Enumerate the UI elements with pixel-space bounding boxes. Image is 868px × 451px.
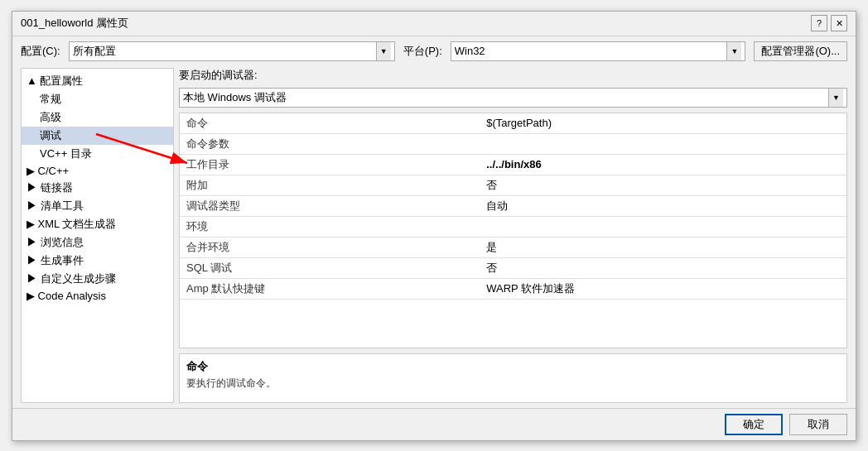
top-bar: 配置(C): 所有配置 ▼ 平台(P): Win32 ▼ 配置管理器(O)... xyxy=(21,41,847,61)
config-combo-arrow: ▼ xyxy=(376,42,391,60)
footer: 确定 取消 xyxy=(12,408,856,440)
debugger-combo[interactable]: 本地 Windows 调试器 ▼ xyxy=(179,88,847,108)
description-area: 命令 要执行的调试命令。 xyxy=(179,353,847,403)
config-combo-value: 所有配置 xyxy=(73,44,376,59)
prop-value xyxy=(480,133,846,154)
ok-button[interactable]: 确定 xyxy=(725,414,783,435)
tree-item-xml-gen[interactable]: ▶ XML 文档生成器 xyxy=(22,215,173,233)
config-label: 配置(C): xyxy=(21,44,60,59)
tree-item-build-events[interactable]: ▶ 生成事件 xyxy=(22,252,173,270)
platform-label: 平台(P): xyxy=(403,44,442,59)
tree-item-config-props[interactable]: ▲ 配置属性 xyxy=(22,72,173,90)
right-panel: 要启动的调试器: 本地 Windows 调试器 ▼ 命令$(TargetPath… xyxy=(179,68,847,403)
debugger-combo-value: 本地 Windows 调试器 xyxy=(183,90,828,105)
table-row[interactable]: 命令参数 xyxy=(180,133,846,154)
table-row[interactable]: Amp 默认快捷键WARP 软件加速器 xyxy=(180,278,846,299)
help-button[interactable]: ? xyxy=(811,15,827,31)
prop-name: 调试器类型 xyxy=(180,195,480,216)
table-row[interactable]: 合并环境是 xyxy=(180,237,846,257)
platform-combo-arrow: ▼ xyxy=(726,42,741,60)
prop-value: $(TargetPath) xyxy=(480,113,846,134)
debugger-combo-arrow: ▼ xyxy=(828,89,843,107)
tree-item-code-analysis[interactable]: ▶ Code Analysis xyxy=(22,288,173,304)
dialog-body: 配置(C): 所有配置 ▼ 平台(P): Win32 ▼ 配置管理器(O)...… xyxy=(12,36,856,408)
config-mgr-button[interactable]: 配置管理器(O)... xyxy=(754,41,847,61)
table-row[interactable]: 附加否 xyxy=(180,175,846,195)
prop-value: 是 xyxy=(480,237,846,257)
platform-combo-value: Win32 xyxy=(455,45,727,57)
debugger-prompt: 要启动的调试器: xyxy=(179,68,847,83)
table-row[interactable]: 工作目录../../bin/x86 xyxy=(180,154,846,175)
table-row[interactable]: SQL 调试否 xyxy=(180,257,846,278)
main-area: ▲ 配置属性常规高级调试VC++ 目录▶ C/C++▶ 链接器▶ 清单工具▶ X… xyxy=(21,68,847,403)
prop-name: 附加 xyxy=(180,175,480,195)
prop-name: 合并环境 xyxy=(180,237,480,257)
prop-value: 自动 xyxy=(480,195,846,216)
tree-item-vc-dirs[interactable]: VC++ 目录 xyxy=(22,145,173,163)
prop-value: 否 xyxy=(480,175,846,195)
title-bar: 001_helloworld 属性页 ? ✕ xyxy=(12,12,856,36)
right-panel-container: 要启动的调试器: 本地 Windows 调试器 ▼ 命令$(TargetPath… xyxy=(179,68,847,403)
prop-value xyxy=(480,216,846,237)
prop-value: ../../bin/x86 xyxy=(480,154,846,175)
table-row[interactable]: 环境 xyxy=(180,216,846,237)
cancel-button[interactable]: 取消 xyxy=(789,414,847,435)
prop-name: SQL 调试 xyxy=(180,257,480,278)
props-table: 命令$(TargetPath)命令参数工作目录../../bin/x86附加否调… xyxy=(179,113,847,348)
platform-combo[interactable]: Win32 ▼ xyxy=(451,41,746,61)
tree-item-debug[interactable]: 调试 xyxy=(22,127,173,145)
tree-item-advanced[interactable]: 高级 xyxy=(22,108,173,127)
title-bar-buttons: ? ✕ xyxy=(811,15,847,31)
tree-item-browse[interactable]: ▶ 浏览信息 xyxy=(22,233,173,252)
dialog-title: 001_helloworld 属性页 xyxy=(21,16,128,31)
prop-name: 命令参数 xyxy=(180,133,480,154)
tree-item-custom-build[interactable]: ▶ 自定义生成步骤 xyxy=(22,270,173,288)
tree-item-general[interactable]: 常规 xyxy=(22,90,173,108)
close-button[interactable]: ✕ xyxy=(831,15,847,31)
config-combo[interactable]: 所有配置 ▼ xyxy=(69,41,395,61)
description-text: 要执行的调试命令。 xyxy=(186,377,840,391)
dialog: 001_helloworld 属性页 ? ✕ 配置(C): 所有配置 ▼ 平台(… xyxy=(12,11,856,441)
tree-item-cpp[interactable]: ▶ C/C++ xyxy=(22,163,173,179)
left-panel: ▲ 配置属性常规高级调试VC++ 目录▶ C/C++▶ 链接器▶ 清单工具▶ X… xyxy=(21,68,174,403)
table-row[interactable]: 调试器类型自动 xyxy=(180,195,846,216)
description-title: 命令 xyxy=(186,359,840,374)
prop-value: WARP 软件加速器 xyxy=(480,278,846,299)
prop-name: 工作目录 xyxy=(180,154,480,175)
prop-name: 命令 xyxy=(180,113,480,134)
tree-item-linker[interactable]: ▶ 链接器 xyxy=(22,179,173,197)
prop-name: 环境 xyxy=(180,216,480,237)
tree-item-manifest[interactable]: ▶ 清单工具 xyxy=(22,197,173,215)
prop-value: 否 xyxy=(480,257,846,278)
table-row[interactable]: 命令$(TargetPath) xyxy=(180,113,846,134)
properties-table: 命令$(TargetPath)命令参数工作目录../../bin/x86附加否调… xyxy=(180,113,846,300)
prop-name: Amp 默认快捷键 xyxy=(180,278,480,299)
